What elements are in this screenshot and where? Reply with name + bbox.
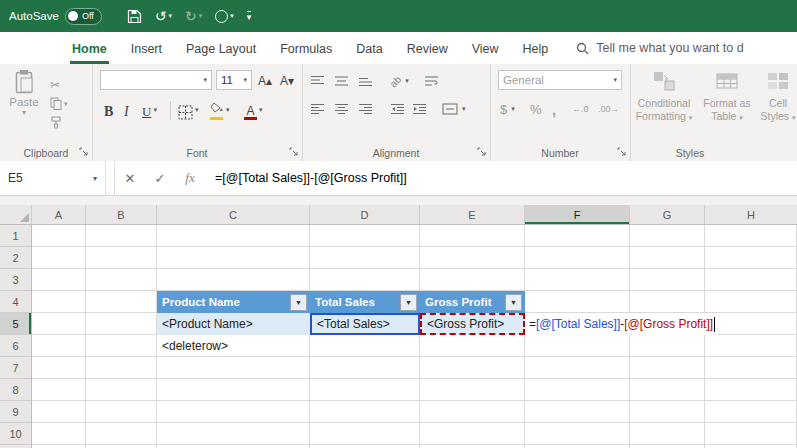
cell-c5[interactable]: <Product Name> — [157, 313, 310, 335]
row-header-6[interactable]: 6 — [0, 335, 31, 357]
filter-button-product-name[interactable]: ▼ — [290, 294, 307, 311]
alignment-dialog-launcher[interactable] — [477, 147, 487, 157]
cell-e5-referenced[interactable]: <Gross Profit> — [420, 313, 525, 335]
format-as-table-button[interactable]: Format as Table ▾ — [698, 69, 756, 151]
orientation-button[interactable]: ab ▾ — [390, 72, 409, 90]
column-header-c[interactable]: C — [157, 205, 310, 224]
undo-dropdown-caret[interactable]: ▾ — [168, 12, 172, 20]
cell-f5-editing[interactable]: =[@[Total Sales]]-[@[Gross Profit]] — [525, 313, 718, 335]
merge-center-button[interactable]: ▾ — [442, 100, 466, 118]
align-top-button[interactable] — [310, 72, 325, 90]
cut-button[interactable]: ✂ — [50, 76, 88, 93]
italic-button[interactable]: I — [124, 100, 129, 120]
conditional-formatting-caret[interactable]: ▾ — [689, 114, 693, 121]
font-name-combobox[interactable]: ▾ — [100, 70, 212, 90]
font-size-combobox[interactable]: 11 ▾ — [216, 70, 252, 90]
align-right-button[interactable] — [358, 100, 373, 118]
undo-button[interactable]: ↺ ▾ — [150, 3, 177, 29]
font-name-caret[interactable]: ▾ — [203, 76, 207, 84]
column-header-h[interactable]: H — [705, 205, 797, 224]
orientation-caret[interactable]: ▾ — [405, 77, 409, 85]
tab-insert[interactable]: Insert — [119, 42, 174, 64]
name-box[interactable]: E5 ▾ — [0, 161, 106, 195]
copy-dropdown-caret[interactable]: ▾ — [64, 100, 68, 108]
enter-button[interactable]: ✓ — [145, 161, 175, 195]
row-header-8[interactable]: 8 — [0, 379, 31, 401]
filter-button-total-sales[interactable]: ▼ — [400, 294, 417, 311]
column-header-d[interactable]: D — [310, 205, 420, 224]
save-button[interactable] — [122, 3, 147, 29]
format-painter-button[interactable] — [50, 114, 88, 131]
row-header-4[interactable]: 4 — [0, 291, 31, 313]
font-size-caret[interactable]: ▾ — [243, 76, 247, 84]
insert-function-button[interactable]: fx — [175, 161, 205, 195]
row-header-1[interactable]: 1 — [0, 225, 31, 247]
customize-quick-access-button[interactable]: ▾ — [242, 3, 257, 29]
fill-color-button[interactable]: ▾ — [210, 100, 230, 120]
column-header-g[interactable]: G — [630, 205, 705, 224]
paste-button[interactable]: Paste ▾ — [4, 69, 44, 147]
conditional-formatting-button[interactable]: Conditional Formatting ▾ — [632, 69, 696, 151]
number-dialog-launcher[interactable] — [617, 147, 627, 157]
cancel-button[interactable]: ✕ — [115, 161, 145, 195]
fill-color-caret[interactable]: ▾ — [226, 106, 230, 114]
tab-view[interactable]: View — [460, 42, 511, 64]
row-header-5[interactable]: 5 — [0, 313, 31, 335]
decrease-decimal-button[interactable]: .00→ — [598, 100, 620, 118]
cell-d5-referenced[interactable]: <Total Sales> — [310, 313, 420, 335]
clipboard-dialog-launcher[interactable] — [79, 147, 89, 157]
cell-styles-caret[interactable]: ▾ — [792, 114, 796, 121]
tab-home[interactable]: Home — [60, 42, 119, 64]
cell-grid[interactable]: Product Name ▼ Total Sales ▼ Gross Profi… — [32, 225, 797, 448]
autosave-toggle[interactable]: AutoSave Off — [0, 8, 112, 25]
quick-access-extra-button[interactable]: ▾ — [210, 3, 239, 29]
increase-font-size-button[interactable]: A▴ — [258, 72, 272, 90]
row-header-9[interactable]: 9 — [0, 401, 31, 423]
merge-center-caret[interactable]: ▾ — [462, 105, 466, 113]
number-format-caret[interactable]: ▾ — [613, 76, 617, 84]
comma-style-button[interactable]: , — [552, 100, 556, 118]
name-box-caret[interactable]: ▾ — [93, 174, 97, 183]
font-color-button[interactable]: A ▾ — [244, 100, 263, 120]
autosave-switch[interactable]: Off — [65, 8, 102, 25]
tab-data[interactable]: Data — [344, 42, 394, 64]
row-header-3[interactable]: 3 — [0, 269, 31, 291]
accounting-format-caret[interactable]: ▾ — [511, 105, 515, 113]
decrease-indent-button[interactable] — [390, 100, 405, 118]
percent-style-button[interactable]: % — [530, 100, 542, 118]
increase-indent-button[interactable] — [412, 100, 427, 118]
table-header-product-name[interactable]: Product Name ▼ — [157, 291, 310, 313]
bold-button[interactable]: B — [104, 100, 113, 120]
redo-dropdown-caret[interactable]: ▾ — [199, 12, 203, 20]
column-header-f[interactable]: F — [525, 205, 630, 224]
table-header-total-sales[interactable]: Total Sales ▼ — [310, 291, 420, 313]
tab-review[interactable]: Review — [395, 42, 460, 64]
align-middle-button[interactable] — [334, 72, 349, 90]
row-header-10[interactable]: 10 — [0, 423, 31, 445]
format-as-table-caret[interactable]: ▾ — [739, 114, 743, 121]
tab-help[interactable]: Help — [511, 42, 561, 64]
underline-button[interactable]: U ▾ — [142, 100, 157, 120]
borders-button[interactable]: ▾ — [178, 100, 199, 120]
tell-me-search[interactable]: Tell me what you want to d — [576, 41, 743, 64]
copy-button[interactable]: ▾ — [50, 95, 88, 112]
row-header-2[interactable]: 2 — [0, 247, 31, 269]
number-format-combobox[interactable]: General ▾ — [498, 70, 622, 90]
paste-dropdown-caret[interactable]: ▾ — [4, 108, 44, 117]
formula-input[interactable]: =[@[Total Sales]]-[@[Gross Profit]] — [205, 161, 797, 195]
wrap-text-button[interactable] — [424, 72, 439, 90]
column-header-b[interactable]: B — [86, 205, 157, 224]
worksheet[interactable]: A B C D E F G H 1 2 3 4 5 6 7 8 9 10 Pro… — [0, 205, 797, 448]
accounting-format-button[interactable]: $ ▾ — [500, 100, 515, 118]
font-dialog-launcher[interactable] — [289, 147, 299, 157]
table-header-gross-profit[interactable]: Gross Profit ▼ — [420, 291, 525, 313]
column-header-e[interactable]: E — [420, 205, 525, 224]
align-left-button[interactable] — [310, 100, 325, 118]
column-header-a[interactable]: A — [32, 205, 86, 224]
select-all-corner[interactable] — [0, 205, 32, 224]
quick-access-extra-caret[interactable]: ▾ — [230, 12, 234, 20]
font-color-caret[interactable]: ▾ — [259, 106, 263, 114]
align-bottom-button[interactable] — [358, 72, 373, 90]
increase-decimal-button[interactable]: ←.0 — [572, 100, 589, 118]
row-header-7[interactable]: 7 — [0, 357, 31, 379]
